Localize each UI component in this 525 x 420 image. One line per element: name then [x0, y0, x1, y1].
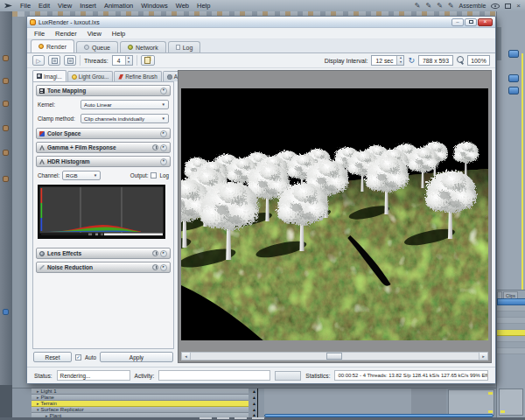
bottom-strip-button[interactable] [200, 417, 212, 419]
host-menu-help[interactable]: Help [197, 2, 210, 10]
host-menu-animation[interactable]: Animation [104, 2, 133, 10]
clips-row[interactable] [497, 305, 525, 312]
collapse-icon[interactable]: ▾ [160, 158, 167, 165]
host-menu-web[interactable]: Web [176, 2, 189, 10]
lux-menu-file[interactable]: File [29, 30, 50, 38]
visibility-eye-icon[interactable] [491, 4, 500, 9]
spin-down-icon[interactable]: ▾ [397, 60, 403, 65]
clips-row-highlight[interactable] [497, 330, 525, 336]
zoom-level-box[interactable]: 100% [467, 55, 490, 66]
clips-selected-row[interactable] [497, 298, 525, 305]
resolution-box[interactable]: 788 x 593 [418, 55, 453, 66]
scroll-thumb[interactable] [326, 353, 342, 360]
airbrush-tool-icon[interactable]: ✎ [437, 2, 443, 10]
power-toggle-icon[interactable] [152, 144, 158, 150]
minimize-button[interactable]: – [452, 18, 464, 26]
clips-row[interactable] [497, 348, 525, 354]
render-viewport[interactable]: ◂ ▸ [178, 70, 492, 363]
window-titlebar[interactable]: LuxRender - luxout.lxs – × [27, 17, 495, 28]
scroll-right-arrow[interactable]: ▸ [479, 353, 487, 360]
keyframe-icon[interactable]: ▲ [252, 388, 256, 394]
magnifier-icon[interactable] [457, 56, 464, 65]
display-interval-stepper[interactable]: 12 sec ▴ ▾ [371, 55, 404, 66]
host-right-panel-tab-handle[interactable] [497, 27, 501, 60]
copy-to-clipboard-button[interactable] [141, 55, 155, 66]
maximize-layout-icon[interactable] [505, 4, 511, 9]
host-tool-icon[interactable] [3, 176, 9, 182]
scroll-track[interactable] [191, 353, 479, 360]
clamp-method-select[interactable]: Clip channels individually ▼ [80, 114, 169, 123]
log-checkbox[interactable] [150, 172, 157, 178]
host-tool-icon[interactable] [3, 101, 9, 107]
tab-imaging[interactable]: Imagi... [32, 70, 66, 81]
playhead-line[interactable] [257, 388, 258, 418]
clips-row[interactable] [497, 336, 525, 342]
apply-button[interactable]: Apply [100, 352, 173, 362]
host-tool-icon[interactable] [3, 150, 9, 156]
scroll-left-arrow[interactable]: ◂ [182, 353, 191, 360]
collapse-icon[interactable]: ▾ [160, 88, 167, 94]
lux-menu-render[interactable]: Render [50, 30, 82, 38]
tab-light-groups[interactable]: Light Grou... [67, 71, 114, 81]
bottom-strip-button[interactable] [234, 417, 247, 419]
threads-spinner[interactable]: ▴ ▾ [125, 56, 132, 65]
host-menu-file[interactable]: File [20, 2, 31, 10]
host-menu-windows[interactable]: Windows [141, 2, 167, 10]
tab-log[interactable]: Log [168, 41, 201, 52]
keyframe-icon[interactable]: ▲ [252, 395, 256, 400]
kernel-select[interactable]: Auto Linear ▼ [80, 100, 169, 109]
maximize-button[interactable] [465, 18, 477, 26]
tab-render[interactable]: Render [31, 39, 74, 52]
layer-row-terrain[interactable]: ▸ Terrain [32, 401, 248, 407]
section-color-space[interactable]: Color Space ▸ [36, 128, 171, 139]
layer-row-surface-replicator[interactable]: ▾ Surface Replicator [32, 407, 248, 413]
host-tool-icon[interactable] [3, 125, 9, 131]
clips-row[interactable] [497, 324, 525, 330]
render-start-button[interactable]: ▷ [32, 55, 45, 66]
power-toggle-icon[interactable] [152, 250, 158, 256]
section-gamma-film-response[interactable]: Gamma + Film Response ▸ [36, 142, 171, 153]
section-noise-reduction[interactable]: Noise Reduction ▸ [36, 262, 171, 273]
layer-row-light1[interactable]: ▸ Light 1 [32, 388, 248, 395]
display-interval-spinner[interactable]: ▴ ▾ [396, 56, 403, 65]
layer-row-plane[interactable]: ▸ Plane [32, 395, 248, 401]
reset-button[interactable]: Reset [33, 352, 72, 362]
power-toggle-icon[interactable] [152, 264, 158, 270]
tab-queue[interactable]: Queue [76, 41, 118, 52]
refresh-icon[interactable]: ↻ [408, 57, 415, 65]
clips-row[interactable] [497, 318, 525, 324]
section-hdr-histogram[interactable]: HDR Histogram ▾ [36, 156, 171, 167]
host-panel-button[interactable] [508, 74, 519, 82]
expand-icon[interactable]: ▸ [160, 130, 167, 137]
expander-icon[interactable]: ▸ [37, 388, 39, 394]
host-menu-view[interactable]: View [58, 2, 72, 10]
host-menu-insert[interactable]: Insert [80, 2, 96, 10]
close-layout-icon[interactable]: × [516, 2, 521, 10]
close-button[interactable]: × [478, 18, 493, 26]
lux-menu-view[interactable]: View [82, 30, 107, 38]
clips-tab[interactable]: Clips [503, 291, 518, 298]
pen-tool-icon[interactable]: ✎ [415, 2, 421, 10]
channel-select[interactable]: RGB ▼ [62, 171, 101, 180]
keyframe-icon[interactable]: ▲ [252, 401, 256, 406]
tab-network[interactable]: Network [120, 41, 166, 52]
host-panel-button[interactable] [508, 50, 519, 58]
section-tone-mapping[interactable]: Tone Mapping ▾ [36, 85, 171, 96]
clips-tab-other[interactable] [497, 291, 502, 298]
lux-menu-help[interactable]: Help [107, 30, 130, 38]
expand-icon[interactable]: ▸ [160, 250, 167, 257]
pencil-tool-icon[interactable]: ✎ [425, 2, 431, 10]
render-horizontal-scrollbar[interactable]: ◂ ▸ [181, 352, 488, 360]
host-panel-button[interactable] [508, 87, 519, 94]
spin-down-icon[interactable]: ▾ [126, 60, 132, 65]
eraser-tool-icon[interactable]: ✎ [448, 2, 454, 10]
clips-row[interactable] [497, 342, 525, 348]
bottom-strip-button[interactable] [252, 417, 264, 419]
clips-row[interactable] [497, 312, 525, 318]
bottom-strip-button[interactable] [217, 417, 229, 419]
host-tool-icon[interactable] [3, 309, 9, 315]
expander-icon[interactable]: ▸ [37, 401, 39, 406]
section-lens-effects[interactable]: Lens Effects ▸ [36, 248, 171, 259]
render-stop-button[interactable] [64, 55, 76, 66]
host-tool-icon[interactable] [3, 55, 9, 61]
